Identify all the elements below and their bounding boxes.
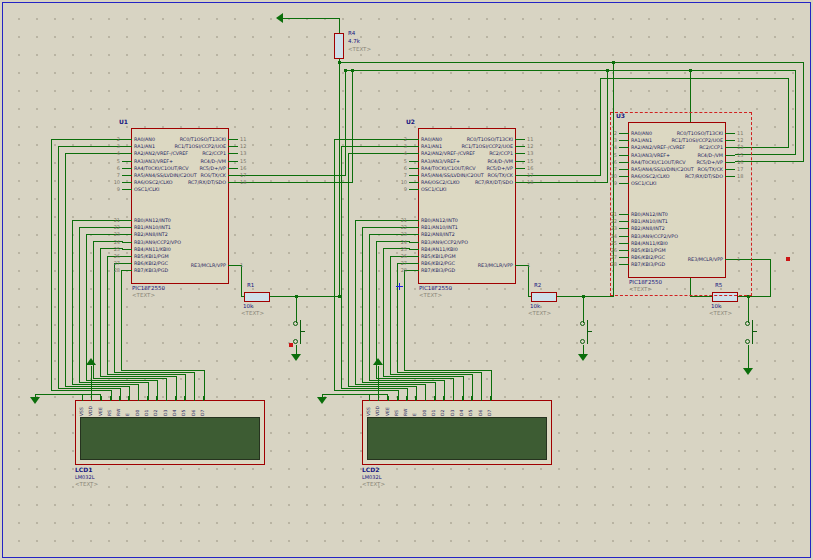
- wire-segment[interactable]: [348, 386, 417, 387]
- wire-segment[interactable]: [93, 378, 167, 379]
- wire-segment[interactable]: [339, 18, 340, 34]
- wire-segment[interactable]: [72, 384, 139, 385]
- wire-segment[interactable]: [788, 78, 789, 148]
- wire-segment[interactable]: [100, 248, 101, 377]
- wire-segment[interactable]: [204, 370, 205, 401]
- mcu-u2[interactable]: U2 2RA0/AN0 3RA1/AN1 4RA2/AN2/VREF-/CVRE…: [418, 128, 516, 284]
- wire-segment[interactable]: [369, 380, 445, 381]
- wire-segment[interactable]: [100, 376, 177, 377]
- wire-segment[interactable]: [748, 345, 749, 369]
- button-contact: [745, 321, 750, 326]
- ground-symbol[interactable]: [578, 354, 588, 361]
- wire-segment[interactable]: [114, 372, 195, 373]
- wire-segment[interactable]: [148, 382, 149, 401]
- ground-symbol[interactable]: [291, 354, 301, 361]
- wire-segment[interactable]: [345, 70, 796, 71]
- ground-symbol[interactable]: [317, 397, 327, 404]
- wire-segment[interactable]: [341, 146, 342, 389]
- wire-segment[interactable]: [352, 70, 353, 183]
- wire-segment[interactable]: [121, 370, 205, 371]
- resistor-r4[interactable]: R4 4.7k <TEXT>: [334, 33, 344, 59]
- wire-segment[interactable]: [600, 78, 601, 176]
- wire-segment[interactable]: [355, 384, 426, 385]
- wire-segment[interactable]: [390, 256, 391, 375]
- wire-segment[interactable]: [803, 62, 804, 162]
- ground-symbol[interactable]: [743, 368, 753, 375]
- wire-segment[interactable]: [176, 376, 177, 401]
- wire-segment[interactable]: [114, 263, 115, 373]
- wire-segment[interactable]: [283, 18, 340, 19]
- wire-segment[interactable]: [334, 390, 399, 391]
- wire-segment[interactable]: [491, 370, 492, 401]
- wire-segment[interactable]: [79, 382, 149, 383]
- pin-name: RB5/KBI1/PGM: [419, 254, 456, 259]
- resistor-r2[interactable]: R2 10k <TEXT>: [531, 292, 557, 302]
- wire-segment[interactable]: [238, 175, 346, 176]
- wire-segment[interactable]: [390, 374, 473, 375]
- wire-segment[interactable]: [58, 388, 121, 389]
- value-label: 10k: [243, 303, 253, 309]
- wire-segment[interactable]: [348, 153, 349, 387]
- power-arrow-left[interactable]: [276, 13, 283, 23]
- wire-segment[interactable]: [383, 248, 384, 377]
- schematic-canvas[interactable]: U1 2RA0/AN0 3RA1/AN1 4RA2/AN2/VREF-/CVRE…: [0, 0, 813, 560]
- wire-segment[interactable]: [51, 390, 112, 391]
- lcd-display-2[interactable]: VSS VDD VEE RS RW E D0 D1 D2 D3 D4: [362, 400, 552, 465]
- wire-segment[interactable]: [770, 259, 771, 297]
- wire-segment[interactable]: [121, 270, 122, 371]
- wire-segment[interactable]: [341, 388, 408, 389]
- wire-segment[interactable]: [86, 380, 158, 381]
- wire-segment[interactable]: [369, 234, 370, 381]
- resistor-r1[interactable]: R1 10k <TEXT>: [244, 292, 270, 302]
- wire-segment[interactable]: [397, 263, 398, 373]
- pin-row: 26RB5/KBI1/PGM: [132, 253, 228, 260]
- wire-segment[interactable]: [72, 220, 73, 385]
- wire-segment[interactable]: [736, 296, 771, 297]
- button-actuator: [587, 320, 588, 344]
- wire-segment[interactable]: [339, 62, 804, 63]
- lcd-pin: D0: [134, 401, 143, 417]
- push-button-3[interactable]: [742, 318, 760, 348]
- wire-segment[interactable]: [345, 70, 346, 176]
- power-arrow-up[interactable]: [86, 358, 96, 365]
- mcu-u1[interactable]: U1 2RA0/AN0 3RA1/AN1 4RA2/AN2/VREF-/CVRE…: [131, 128, 229, 284]
- text-placeholder: <TEXT>: [709, 310, 732, 316]
- pin-number: 6: [603, 159, 617, 166]
- pin-name: RC6/TX/CK: [201, 173, 228, 178]
- pin-name: RE3/MCLR/VPP: [688, 257, 725, 262]
- wire-segment[interactable]: [79, 227, 80, 383]
- wire-segment[interactable]: [355, 220, 356, 385]
- power-arrow-up[interactable]: [373, 358, 383, 365]
- wire-segment[interactable]: [241, 265, 242, 297]
- lcd-display-1[interactable]: VSS VDD VEE RS RW E D0 D1 D2 D3 D4: [75, 400, 265, 465]
- wire-segment[interactable]: [339, 59, 340, 297]
- wire-segment[interactable]: [107, 374, 186, 375]
- wire-segment[interactable]: [435, 382, 436, 401]
- wire-segment[interactable]: [238, 182, 353, 183]
- wire-segment[interactable]: [795, 70, 796, 155]
- wire-segment[interactable]: [362, 382, 436, 383]
- wire-segment[interactable]: [463, 376, 464, 401]
- pin-number: 24: [106, 239, 120, 246]
- wire-segment[interactable]: [690, 296, 713, 297]
- lcd-pin: D3: [449, 401, 458, 417]
- resistor-r5[interactable]: R5 10k <TEXT>: [712, 292, 738, 302]
- wire-segment[interactable]: [65, 386, 130, 387]
- wire-segment[interactable]: [58, 146, 59, 389]
- ground-symbol[interactable]: [30, 397, 40, 404]
- wire-segment[interactable]: [376, 378, 454, 379]
- push-button-2[interactable]: [577, 318, 595, 348]
- wire-segment[interactable]: [528, 265, 529, 297]
- mcu-u3[interactable]: U3 2RA0/AN0 3RA1/AN1 4RA2/AN2/VREF-/CVRE…: [628, 122, 726, 278]
- wire-segment[interactable]: [397, 372, 482, 373]
- wire-segment[interactable]: [334, 139, 335, 391]
- wire-segment[interactable]: [404, 370, 492, 371]
- wire-segment[interactable]: [65, 153, 66, 387]
- wire-segment[interactable]: [600, 78, 789, 79]
- wire-segment[interactable]: [51, 139, 52, 391]
- wire-segment[interactable]: [404, 270, 405, 371]
- wire-segment[interactable]: [383, 376, 464, 377]
- wire-segment[interactable]: [362, 227, 363, 383]
- wire-segment[interactable]: [268, 296, 340, 297]
- pin-row: 11RC0/T1OSO/T13CKI: [419, 136, 515, 143]
